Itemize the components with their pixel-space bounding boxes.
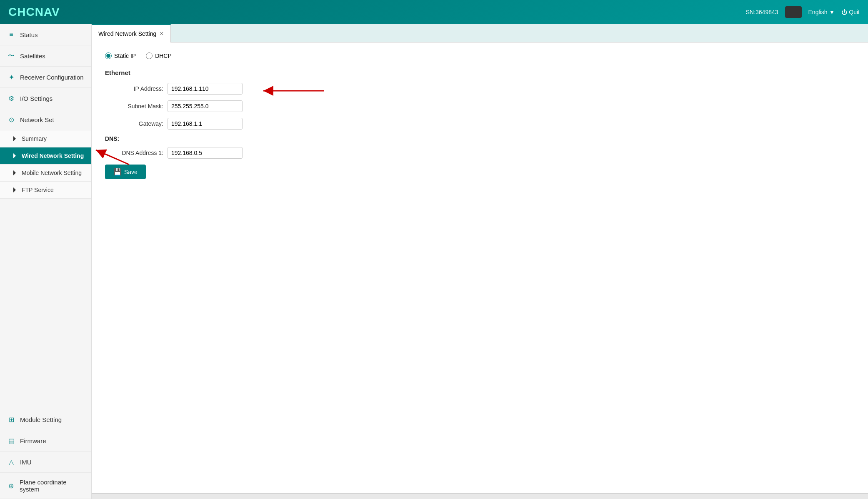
dns-address-group: DNS Address 1: [105,147,855,159]
module-setting-icon: ⊞ [7,415,16,424]
sidebar-label-module-setting: Module Setting [20,416,62,423]
sn-label: SN:3649843 [746,9,778,15]
sidebar-label-io-settings: I/O Settings [20,95,53,102]
ethernet-section-title: Ethernet [105,69,855,76]
satellites-icon: 〜 [7,51,16,60]
gateway-label: Gateway: [105,120,163,127]
logo: CHCNAV [8,5,60,19]
sidebar-item-module-setting[interactable]: ⊞ Module Setting [0,409,91,430]
sidebar-label-imu: IMU [20,459,32,466]
language-selector[interactable]: English ▼ [808,9,835,15]
plane-coordinate-icon: ⊕ [7,481,15,490]
sidebar-item-receiver-config[interactable]: ✦ Receiver Configuration [0,67,91,88]
sidebar-item-firmware[interactable]: ▤ Firmware [0,430,91,452]
ftp-service-arrow-icon [13,187,18,192]
sidebar-label-network-set: Network Set [20,116,54,123]
sidebar-label-ftp-service: FTP Service [22,187,54,193]
sidebar-label-satellites: Satellites [20,52,45,60]
sidebar-label-mobile-network: Mobile Network Setting [22,170,82,176]
radio-group: Static IP DHCP [105,52,855,59]
dns-address-1-label: DNS Address 1: [105,150,163,156]
mobile-network-arrow-icon [13,170,18,175]
subnet-mask-group: Subnet Mask: [105,100,855,112]
close-tab-icon[interactable]: × [160,30,163,37]
quit-icon: ⏻ [841,9,847,15]
sidebar-item-network-set[interactable]: ⊙ Network Set [0,109,91,130]
sidebar-label-status: Status [20,31,38,38]
ip-address-group: IP Address: [105,83,855,95]
sidebar-sub-item-ftp-service[interactable]: FTP Service [0,182,91,199]
dhcp-label: DHCP [155,52,172,59]
network-set-icon: ⊙ [7,115,16,124]
horizontal-scrollbar[interactable] [92,493,868,499]
summary-arrow-icon [13,136,18,141]
header-right: SN:3649843 English ▼ ⏻ Quit [746,6,860,18]
content-area: Wired Network Setting × Static IP DHCP E… [92,24,868,499]
dns-section-title: DNS: [105,135,855,142]
save-icon: 💾 [113,168,122,176]
dhcp-radio[interactable] [146,52,153,59]
gateway-input[interactable] [168,118,243,130]
io-settings-icon: ⚙ [7,94,16,103]
save-button[interactable]: 💾 Save [105,165,146,179]
main-container: ≡ Status 〜 Satellites ✦ Receiver Configu… [0,24,868,499]
sidebar-label-plane-coordinate: Plane coordinate system [20,479,85,493]
sidebar-item-plane-coordinate[interactable]: ⊕ Plane coordinate system [0,473,91,499]
sidebar-sub-item-summary[interactable]: Summary [0,130,91,147]
wired-network-arrow-icon [13,153,18,158]
sidebar-label-wired-network: Wired Network Setting [22,152,84,159]
firmware-icon: ▤ [7,436,16,445]
static-ip-radio[interactable] [105,52,112,59]
sidebar-label-summary: Summary [22,135,47,142]
static-ip-radio-label[interactable]: Static IP [105,52,136,59]
language-label: English [808,9,828,15]
static-ip-label: Static IP [114,52,136,59]
sidebar-label-firmware: Firmware [20,437,46,444]
sidebar-label-receiver-config: Receiver Configuration [20,74,84,81]
chevron-down-icon: ▼ [829,9,835,15]
dhcp-radio-label[interactable]: DHCP [146,52,172,59]
tab-wired-network[interactable]: Wired Network Setting × [92,24,171,42]
device-icon [785,6,802,18]
tab-bar: Wired Network Setting × [92,24,868,42]
receiver-config-icon: ✦ [7,72,16,82]
ip-address-input[interactable] [168,83,243,95]
sidebar-item-imu[interactable]: △ IMU [0,452,91,473]
quit-button[interactable]: ⏻ Quit [841,9,860,15]
quit-label: Quit [849,9,860,15]
imu-icon: △ [7,457,16,467]
tab-label: Wired Network Setting [98,30,156,37]
sidebar-sub-item-mobile-network[interactable]: Mobile Network Setting [0,165,91,182]
header: CHCNAV SN:3649843 English ▼ ⏻ Quit [0,0,868,24]
sidebar-item-status[interactable]: ≡ Status [0,24,91,45]
dns-address-1-input[interactable] [168,147,243,159]
logo-text: CHCNAV [8,5,60,18]
subnet-mask-input[interactable] [168,100,243,112]
sidebar: ≡ Status 〜 Satellites ✦ Receiver Configu… [0,24,92,499]
sidebar-sub-item-wired-network[interactable]: Wired Network Setting [0,147,91,165]
page-content: Static IP DHCP Ethernet IP Address: [92,42,868,493]
gateway-group: Gateway: [105,118,855,130]
ip-address-label: IP Address: [105,85,163,92]
sidebar-item-io-settings[interactable]: ⚙ I/O Settings [0,88,91,109]
status-icon: ≡ [7,30,16,39]
subnet-mask-label: Subnet Mask: [105,103,163,110]
sidebar-item-satellites[interactable]: 〜 Satellites [0,45,91,67]
save-button-label: Save [124,169,138,175]
